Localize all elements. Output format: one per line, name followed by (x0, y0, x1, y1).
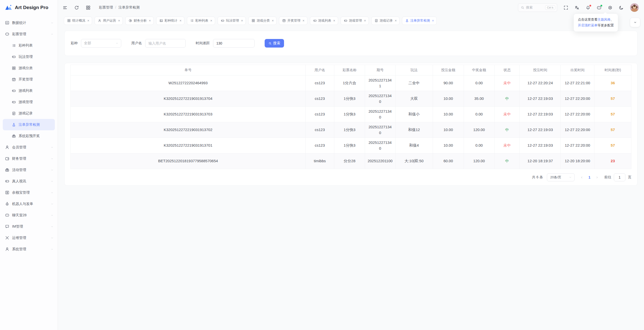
tab-彩种统计[interactable]: 彩种统计× (156, 17, 184, 25)
tabbar-more-button[interactable] (630, 18, 640, 27)
tab-label: 游戏分类 (257, 18, 270, 23)
sidebar-item-游戏管理[interactable]: 游戏管理 (0, 96, 58, 108)
tab-close-icon[interactable]: × (210, 19, 212, 22)
tab-close-icon[interactable]: × (241, 19, 243, 22)
cell-play: 二全中 (395, 75, 433, 91)
page-size-value: 20条/页 (550, 175, 561, 180)
goto-suffix: 页 (628, 175, 631, 180)
sidebar-item-注单异常检测[interactable]: 注单异常检测 (3, 119, 55, 130)
column-header-期号: 期号 (365, 65, 395, 75)
sidebar-item-彩票管理[interactable]: 彩票管理 (0, 28, 58, 40)
chat-messages-icon[interactable] (597, 5, 601, 10)
tab-close-icon[interactable]: × (180, 19, 182, 22)
tab-注单异常检测[interactable]: 注单异常检测× (402, 17, 437, 25)
tooltip-text: 、 (611, 18, 614, 21)
sidebar-item-游戏记录[interactable]: 游戏记录 (0, 108, 58, 119)
tab-游戏记录[interactable]: 游戏记录× (371, 17, 399, 25)
username-input[interactable] (145, 39, 186, 48)
tools-icon (5, 236, 9, 240)
chevron-down-icon (115, 42, 118, 45)
translate-icon[interactable] (575, 5, 579, 10)
tab-close-icon[interactable]: × (149, 19, 151, 22)
sidebar-item-会员管理[interactable]: 会员管理 (0, 142, 58, 153)
tab-游戏管理[interactable]: 游戏管理× (341, 17, 369, 25)
tab-close-icon[interactable]: × (432, 19, 434, 22)
sidebar-item-游戏列表[interactable]: 游戏列表 (0, 85, 58, 96)
cell-username: cs123 (305, 75, 334, 91)
tab-游戏列表[interactable]: 游戏列表× (310, 17, 338, 25)
sidebar-item-label: 会员管理 (12, 145, 51, 150)
cell-username: cs123 (305, 122, 334, 138)
tab-彩种列表[interactable]: 彩种列表× (187, 17, 215, 25)
sidebar-item-活动管理[interactable]: 活动管理 (0, 164, 58, 176)
sidebar-item-系统彩预开奖[interactable]: 系统彩预开奖 (0, 130, 58, 142)
sidebar-item-label: 真人视讯 (12, 179, 51, 184)
column-header-出奖时间: 出奖时间 (561, 65, 594, 75)
prev-page-icon[interactable] (580, 176, 583, 179)
tab-close-icon[interactable]: × (302, 19, 304, 22)
refresh-icon[interactable] (74, 5, 79, 10)
sidebar-item-开奖管理[interactable]: 开奖管理 (0, 74, 58, 85)
dark-mode-moon-icon[interactable] (619, 5, 624, 10)
gamepad-icon (12, 55, 16, 59)
menu-collapse-icon[interactable] (63, 5, 67, 10)
notification-bell-icon[interactable] (586, 5, 590, 10)
sidebar-item-系统管理[interactable]: 系统管理 (0, 243, 58, 255)
cell-diff: 36 (594, 75, 631, 91)
tab-用户运营[interactable]: 用户运营× (95, 17, 123, 25)
gamepad-icon (12, 100, 16, 104)
sidebar-item-IM管理[interactable]: IM管理 (0, 221, 58, 232)
tab-close-icon[interactable]: × (364, 19, 366, 22)
column-header-时间差(秒): 时间差(秒) (594, 65, 631, 75)
message-icon (5, 224, 9, 229)
tab-统计概况[interactable]: 统计概况× (64, 17, 92, 25)
page-size-select[interactable]: 20条/页 (547, 173, 575, 181)
column-header-单号: 单号 (71, 65, 306, 75)
sidebar-item-彩种列表[interactable]: 彩种列表 (0, 40, 58, 51)
sidebar-item-数据统计[interactable]: 数据统计 (0, 17, 58, 28)
top-menu-link[interactable]: 开启顶栏菜单 (578, 23, 597, 27)
sidebar-item-游戏分类[interactable]: 游戏分类 (0, 62, 58, 74)
user-avatar[interactable] (630, 3, 639, 12)
breadcrumb-parent[interactable]: 彩票管理 (99, 5, 113, 10)
timediff-input[interactable] (213, 39, 255, 48)
sidebar-item-机器人与发单[interactable]: 机器人与发单 (0, 198, 58, 210)
tab-label: 统计概况 (72, 18, 85, 23)
cell-status: 中 (495, 91, 520, 107)
app-logo[interactable]: Art Design Pro (0, 0, 58, 15)
tab-close-icon[interactable]: × (87, 19, 89, 22)
tab-label: 注单异常检测 (410, 18, 430, 23)
sidebar-item-玩法管理[interactable]: 玩法管理 (0, 51, 58, 62)
next-page-icon[interactable] (595, 176, 599, 179)
sidebar-item-余额宝管理[interactable]: 余额宝管理 (0, 187, 58, 198)
cell-diff: 57 (594, 122, 631, 138)
ticket-icon (5, 32, 9, 36)
tab-玩法管理[interactable]: 玩法管理× (218, 17, 246, 25)
sidebar-item-财务管理[interactable]: 财务管理 (0, 153, 58, 164)
pagination-total: 共 6 条 (532, 175, 543, 180)
cell-play: 和值4 (395, 138, 433, 153)
apps-grid-icon[interactable] (86, 5, 91, 10)
lottery-select[interactable]: 全部 (81, 39, 121, 48)
tab-开奖管理[interactable]: 开奖管理× (279, 17, 307, 25)
chevron-down-icon (51, 236, 54, 239)
tab-close-icon[interactable]: × (272, 19, 274, 22)
theme-style-link[interactable]: 主题风格 (597, 18, 611, 21)
tab-close-icon[interactable]: × (395, 19, 397, 22)
sidebar-item-运维管理[interactable]: 运维管理 (0, 232, 58, 243)
cell-draw_time: 12-20 18:20:00 (561, 153, 594, 169)
tab-close-icon[interactable]: × (118, 19, 120, 22)
search-button[interactable]: 搜索 (265, 39, 284, 48)
settings-gear-icon[interactable] (608, 5, 613, 10)
sidebar-item-聊天室28[interactable]: 聊天室28 (0, 210, 58, 221)
tab-close-icon[interactable]: × (333, 19, 335, 22)
column-header-中奖金额: 中奖金额 (464, 65, 495, 75)
goto-page-input[interactable] (614, 173, 625, 181)
table-header-row: 单号用户名彩票名称期号玩法投注金额中奖金额状态投注时间出奖时间时间差(秒) (71, 65, 631, 75)
global-search-input[interactable]: 搜索 Ctrl k (518, 3, 557, 12)
sidebar-item-真人视讯[interactable]: 真人视讯 (0, 176, 58, 187)
fullscreen-icon[interactable] (564, 5, 568, 10)
current-page[interactable]: 1 (588, 175, 590, 179)
tab-财务分析[interactable]: 财务分析× (125, 17, 153, 25)
tab-游戏分类[interactable]: 游戏分类× (248, 17, 276, 25)
